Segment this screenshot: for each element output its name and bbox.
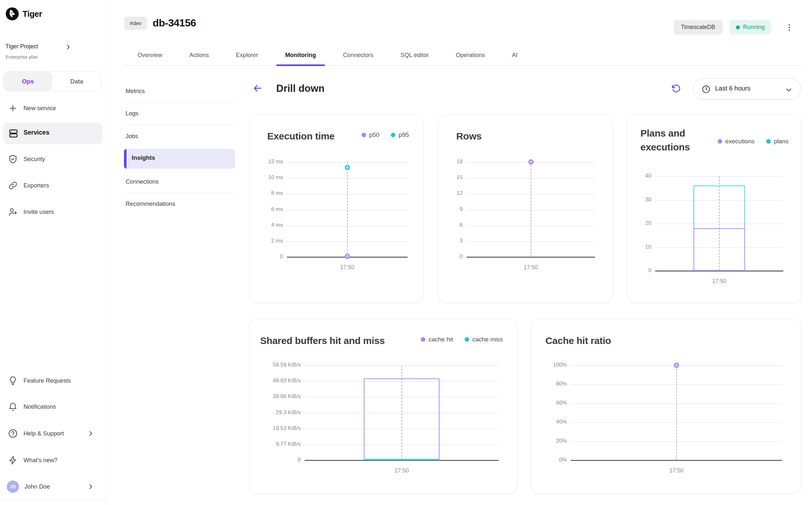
- project-switcher-chevron-icon[interactable]: [64, 43, 72, 51]
- user-plus-icon: [8, 207, 18, 217]
- y-tick-label: 15: [410, 174, 463, 181]
- sidebar-bottom-divider: [0, 500, 106, 501]
- y-tick-label: 58.59 KiB/s: [248, 362, 301, 368]
- legend-dot-icon: [421, 337, 425, 342]
- refresh-button[interactable]: [670, 82, 682, 95]
- brand-name: Tiger: [23, 9, 42, 19]
- shared-buffers-chart[interactable]: 58.59 KiB/s48.83 KiB/s39.06 KiB/s29.3 Ki…: [304, 365, 499, 460]
- env-badge: #dev: [124, 17, 147, 30]
- tab-monitoring[interactable]: Monitoring: [272, 45, 330, 65]
- y-tick-label: 48.83 KiB/s: [248, 377, 301, 384]
- rows-card: Rows 181512963017:50: [438, 114, 612, 303]
- time-cursor-dashed-line: [676, 365, 677, 460]
- chart-title: Cache hit ratio: [546, 334, 611, 347]
- zap-icon: [8, 456, 18, 465]
- y-tick-label: 12 ms: [230, 158, 283, 165]
- whats-new-label: What's new?: [23, 457, 57, 464]
- shield-check-icon: [8, 154, 18, 164]
- subnav-item-recommendations[interactable]: Recommendations: [124, 197, 235, 211]
- tab-connectors[interactable]: Connectors: [329, 45, 387, 65]
- sidebar-item-security[interactable]: Security: [0, 152, 106, 166]
- service-menu-button[interactable]: [782, 21, 796, 34]
- y-tick-label: 6 ms: [230, 206, 283, 212]
- security-label: Security: [23, 156, 45, 163]
- chevron-down-icon: [785, 86, 793, 94]
- subnav-item-logs[interactable]: Logs: [124, 107, 235, 120]
- y-tick-label: 18: [410, 158, 463, 165]
- sidebar-item-new-service[interactable]: New service: [0, 101, 106, 115]
- server-icon: [8, 129, 18, 139]
- y-tick-label: 20: [599, 220, 651, 226]
- sidebar-item-whats-new[interactable]: What's new?: [0, 453, 106, 467]
- lightbulb-icon: [8, 376, 18, 385]
- plans-executions-chart[interactable]: 40302010017:50: [655, 176, 783, 271]
- subnav-item-jobs[interactable]: Jobs: [124, 130, 235, 143]
- refresh-icon: [671, 84, 681, 94]
- plus-icon: [8, 104, 18, 113]
- help-circle-icon: [8, 429, 18, 438]
- sidebar-item-exporters[interactable]: Exporters: [0, 178, 106, 193]
- y-tick-label: 0: [248, 457, 301, 463]
- tab-sql-editor[interactable]: SQL editor: [387, 45, 442, 65]
- y-tick-label: 0: [230, 254, 283, 260]
- y-tick-label: 8 ms: [230, 190, 283, 196]
- tiger-logo-icon: [5, 7, 19, 21]
- tab-overview[interactable]: Overview: [124, 45, 176, 65]
- subnav-item-connections[interactable]: Connections: [124, 175, 235, 188]
- chevron-right-icon: [87, 430, 95, 438]
- sidebar-item-services[interactable]: Services: [3, 123, 103, 144]
- sidebar-item-notifications[interactable]: Notifications: [0, 400, 106, 414]
- brand[interactable]: Tiger: [5, 7, 42, 21]
- time-range-dropdown[interactable]: Last 6 hours: [693, 78, 801, 100]
- arrow-left-icon: [252, 83, 263, 94]
- active-indicator-bar: [124, 149, 127, 169]
- subnav-item-insights[interactable]: Insights: [124, 149, 235, 169]
- time-range-value: Last 6 hours: [715, 85, 751, 92]
- rows-chart[interactable]: 181512963017:50: [466, 162, 595, 257]
- page-title: Drill down: [276, 83, 325, 95]
- sidebar-item-feature-requests[interactable]: Feature Requests: [0, 374, 106, 388]
- tab-operations[interactable]: Operations: [442, 45, 499, 65]
- y-tick-label: 19.53 KiB/s: [248, 425, 301, 432]
- legend-item-p95: p95: [391, 131, 409, 139]
- data-point-p95: [345, 165, 350, 170]
- y-tick-label: 60%: [515, 400, 567, 406]
- help-support-label: Help & Support: [23, 430, 64, 437]
- subnav-item-metrics[interactable]: Metrics: [124, 85, 235, 98]
- y-tick-label: 0%: [515, 457, 567, 463]
- clock-icon: [701, 85, 710, 94]
- sidebar-item-invite-users[interactable]: Invite users: [0, 205, 106, 219]
- time-cursor-dashed-line: [531, 162, 531, 257]
- y-tick-label: 40: [599, 173, 651, 179]
- tab-actions[interactable]: Actions: [176, 45, 222, 65]
- tab-explorer[interactable]: Explorer: [222, 45, 272, 65]
- notifications-label: Notifications: [23, 403, 56, 410]
- toggle-ops[interactable]: Ops: [4, 71, 52, 91]
- status-label: Running: [743, 24, 765, 31]
- link-icon: [8, 181, 18, 190]
- sidebar-item-help-support[interactable]: Help & Support: [0, 427, 106, 441]
- time-cursor-dashed-line: [347, 162, 348, 257]
- invite-users-label: Invite users: [23, 208, 54, 215]
- y-tick-label: 10 ms: [230, 174, 283, 181]
- app-root: Tiger Tiger Project Enterprise plan Ops …: [0, 0, 812, 505]
- subnav-divider: [124, 102, 235, 103]
- bell-icon: [8, 402, 18, 411]
- y-tick-label: 20%: [515, 438, 567, 444]
- x-tick-label: 17:50: [505, 264, 557, 271]
- legend-item-cache-hit: cache hit: [421, 336, 453, 343]
- sidebar-item-user[interactable]: John Doe: [0, 480, 106, 494]
- execution-time-chart[interactable]: 12 ms10 ms8 ms6 ms4 ms2 ms017:50: [287, 162, 408, 257]
- y-tick-label: 80%: [515, 381, 567, 387]
- toggle-data[interactable]: Data: [52, 71, 102, 91]
- legend-item-p50: p50: [362, 131, 380, 139]
- cache-hit-ratio-chart[interactable]: 100%80%60%40%20%0%17:50: [571, 365, 782, 460]
- tab-ai[interactable]: AI: [498, 45, 531, 65]
- chart-title: Execution time: [267, 129, 335, 143]
- legend-dot-icon: [718, 139, 722, 144]
- back-button[interactable]: [251, 82, 264, 95]
- y-tick-label: 39.06 KiB/s: [248, 393, 301, 400]
- legend-dot-icon: [391, 133, 395, 137]
- chart-legend: p50p95: [362, 131, 409, 139]
- legend-item-plans: plans: [766, 138, 789, 145]
